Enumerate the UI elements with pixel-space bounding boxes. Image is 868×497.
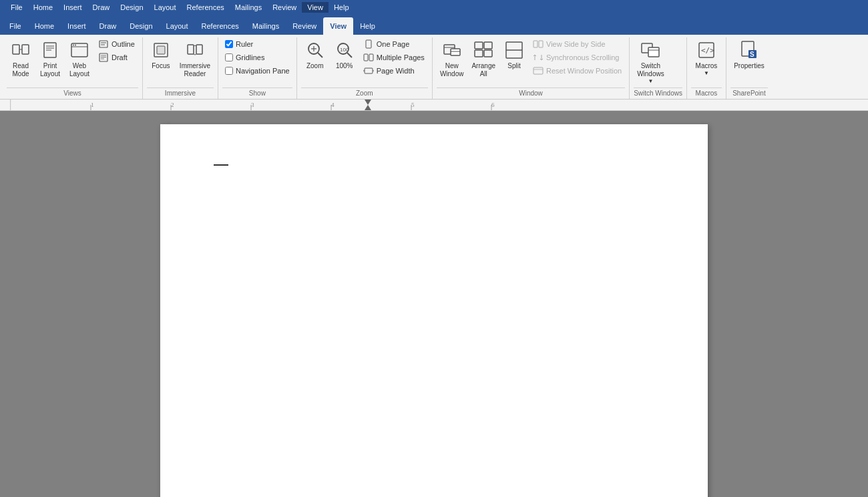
one-page-button[interactable]: One Page [360, 37, 428, 51]
menu-insert[interactable]: Insert [58, 2, 87, 13]
new-window-button[interactable]: NewWindow [437, 37, 467, 80]
immersive-reader-button[interactable]: ImmersiveReader [176, 37, 214, 80]
immersive-reader-icon [184, 39, 206, 61]
split-label: Split [507, 62, 520, 70]
tab-insert[interactable]: Insert [61, 17, 93, 35]
read-mode-icon [10, 39, 31, 61]
tab-mailings[interactable]: Mailings [246, 17, 286, 35]
document-page[interactable] [160, 124, 708, 497]
views-items: ReadMode PrintLayout WebLayout [7, 37, 138, 86]
arrange-all-icon [473, 39, 494, 61]
window-sub-col: View Side by Side Synchronous Scrolling … [529, 37, 625, 77]
menu-review[interactable]: Review [267, 2, 302, 13]
document-area[interactable] [0, 111, 868, 497]
zoom-100-button[interactable]: 100 100% [331, 37, 359, 72]
group-immersive: Focus ImmersiveReader Immersive [143, 37, 218, 99]
menu-help[interactable]: Help [329, 2, 355, 13]
multiple-pages-label: Multiple Pages [377, 53, 425, 61]
web-layout-label: WebLayout [69, 62, 89, 78]
svg-text:4: 4 [331, 102, 335, 108]
svg-rect-39 [475, 42, 483, 49]
switch-windows-button[interactable]: SwitchWindows ▼ [634, 37, 668, 86]
svg-line-28 [347, 53, 352, 57]
menu-file[interactable]: File [5, 2, 28, 13]
menu-design[interactable]: Design [115, 2, 148, 13]
tab-view[interactable]: View [323, 17, 353, 35]
menu-references[interactable]: References [182, 2, 230, 13]
view-side-by-side-button[interactable]: View Side by Side [529, 37, 625, 51]
macros-items: </> Macros ▼ [691, 37, 722, 86]
zoom-100-label: 100% [336, 62, 353, 70]
svg-text:6: 6 [491, 102, 495, 108]
menu-layout[interactable]: Layout [149, 2, 182, 13]
ribbon-content: ReadMode PrintLayout WebLayout [0, 35, 868, 99]
ruler-checkbox[interactable]: Ruler [222, 37, 292, 51]
menu-view[interactable]: View [302, 2, 329, 13]
svg-rect-31 [369, 54, 373, 61]
view-side-by-side-label: View Side by Side [546, 40, 605, 48]
gridlines-checkbox[interactable]: Gridlines [222, 51, 292, 64]
tab-references[interactable]: References [195, 17, 246, 35]
tab-home[interactable]: Home [28, 17, 61, 35]
navigation-pane-checkbox[interactable]: Navigation Pane [222, 64, 292, 77]
tab-design[interactable]: Design [123, 17, 159, 35]
outline-button[interactable]: Outline [95, 37, 138, 51]
reset-window-position-icon [533, 65, 544, 76]
view-side-by-side-icon [533, 39, 544, 49]
svg-rect-40 [484, 42, 492, 49]
read-mode-button[interactable]: ReadMode [7, 37, 35, 80]
ribbon-tabs: File Home Insert Draw Design Layout Refe… [0, 15, 868, 35]
tab-draw[interactable]: Draw [93, 17, 124, 35]
focus-button[interactable]: Focus [147, 37, 175, 72]
web-layout-button[interactable]: WebLayout [65, 37, 93, 80]
print-layout-label: PrintLayout [40, 62, 60, 78]
svg-rect-37 [451, 49, 460, 55]
ruler-check-input[interactable] [225, 40, 233, 48]
tab-file[interactable]: File [3, 17, 28, 35]
arrange-all-label: ArrangeAll [471, 62, 495, 78]
zoom-button[interactable]: Zoom [301, 37, 329, 72]
one-page-label: One Page [377, 40, 410, 48]
synchronous-scrolling-button[interactable]: Synchronous Scrolling [529, 51, 625, 64]
focus-icon [150, 39, 172, 61]
focus-label: Focus [152, 62, 170, 70]
svg-text:</>: </> [701, 46, 714, 55]
multiple-pages-button[interactable]: Multiple Pages [360, 51, 428, 64]
svg-rect-19 [157, 46, 165, 54]
properties-button[interactable]: S Properties [730, 37, 768, 72]
svg-text:1: 1 [91, 102, 94, 108]
page-width-icon [363, 65, 374, 76]
svg-rect-42 [484, 50, 492, 57]
tab-review[interactable]: Review [286, 17, 323, 35]
window-items: NewWindow ArrangeAll Split [437, 37, 625, 86]
reset-window-position-button[interactable]: Reset Window Position [529, 64, 625, 77]
arrange-all-button[interactable]: ArrangeAll [468, 37, 499, 80]
svg-text:2: 2 [171, 102, 174, 108]
page-width-button[interactable]: Page Width [360, 64, 428, 77]
draft-button[interactable]: Draft [95, 51, 138, 64]
draft-icon [98, 52, 109, 63]
split-button[interactable]: Split [500, 37, 528, 72]
multiple-pages-icon [363, 52, 374, 63]
menu-draw[interactable]: Draw [87, 2, 116, 13]
menu-home[interactable]: Home [28, 2, 58, 13]
svg-text:S: S [750, 51, 754, 58]
print-layout-button[interactable]: PrintLayout [36, 37, 64, 80]
ruler-corner [0, 100, 11, 110]
show-group-label: Show [222, 88, 292, 99]
print-layout-icon [39, 39, 61, 61]
group-window: NewWindow ArrangeAll Split [433, 37, 630, 99]
svg-rect-32 [365, 68, 373, 73]
menu-mailings[interactable]: Mailings [230, 2, 267, 13]
macros-button[interactable]: </> Macros ▼ [691, 37, 722, 78]
nav-check-input[interactable] [225, 67, 233, 75]
tab-layout[interactable]: Layout [160, 17, 195, 35]
tab-help[interactable]: Help [353, 17, 382, 35]
macros-icon: </> [696, 39, 717, 61]
immersive-group-label: Immersive [147, 88, 214, 99]
show-col: Ruler Gridlines Navigation Pane [222, 37, 292, 77]
gridlines-check-input[interactable] [225, 53, 233, 61]
svg-rect-49 [533, 67, 543, 74]
svg-rect-21 [196, 45, 202, 54]
svg-rect-11 [99, 41, 107, 47]
